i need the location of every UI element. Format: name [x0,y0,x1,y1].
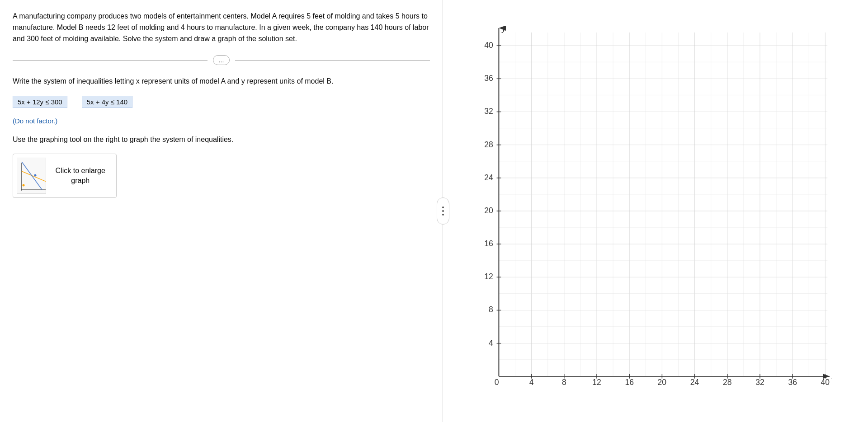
x-label-40: 40 [821,378,830,387]
inequality-2: 5x + 4y ≤ 140 [82,96,132,108]
panel-resize-handle[interactable] [437,197,449,225]
enlarge-graph-label: Click to enlarge graph [52,166,109,186]
graphing-instruction: Use the graphing tool on the right to gr… [13,136,430,144]
y-label-4: 4 [489,338,493,347]
problem-text: A manufacturing company produces two mod… [13,11,430,44]
mini-graph-thumbnail [17,158,46,194]
svg-point-7 [34,174,37,177]
svg-line-5 [22,162,42,190]
right-panel: 0 4 8 12 16 20 24 28 32 [443,0,868,422]
x-label-16: 16 [625,378,634,387]
y-label-12: 12 [484,272,493,281]
y-label-36: 36 [484,74,493,83]
x-label-28: 28 [723,378,732,387]
x-label-12: 12 [592,378,601,387]
y-label-16: 16 [484,239,493,248]
y-label-8: 8 [489,305,493,314]
divider-line-left [13,60,208,61]
x-label-8: 8 [562,378,566,387]
y-label-32: 32 [484,107,493,116]
x-label-32: 32 [755,378,764,387]
y-label-24: 24 [484,173,493,182]
thumbnail-svg [17,158,46,194]
inequality-1: 5x + 12y ≤ 300 [13,96,67,108]
enlarge-graph-button[interactable]: Click to enlarge graph [13,154,117,198]
inequalities-row: 5x + 12y ≤ 300 5x + 4y ≤ 140 [13,96,430,108]
x-label-36: 36 [788,378,797,387]
x-label-20: 20 [658,378,667,387]
y-label-40: 40 [484,41,493,50]
y-label-20: 20 [484,206,493,215]
coordinate-graph: 0 4 8 12 16 20 24 28 32 [470,26,832,396]
dot-2 [442,210,444,212]
divider-dots: ... [213,55,230,65]
dot-1 [442,206,444,208]
x-axis-label: x [831,371,832,380]
y-label-28: 28 [484,140,493,149]
instruction-text: Write the system of inequalities letting… [13,76,430,87]
x-label-24: 24 [690,378,699,387]
left-panel: A manufacturing company produces two mod… [0,0,443,422]
dot-3 [442,214,444,216]
x-label-0: 0 [495,378,499,387]
divider: ... [13,55,430,65]
divider-line-right [235,60,430,61]
x-label-4: 4 [529,378,534,387]
do-not-factor-note: (Do not factor.) [13,117,430,125]
graph-area[interactable]: 0 4 8 12 16 20 24 28 32 [470,26,832,396]
y-axis-label: y [501,26,506,33]
svg-line-4 [22,171,46,184]
svg-point-6 [23,184,25,187]
